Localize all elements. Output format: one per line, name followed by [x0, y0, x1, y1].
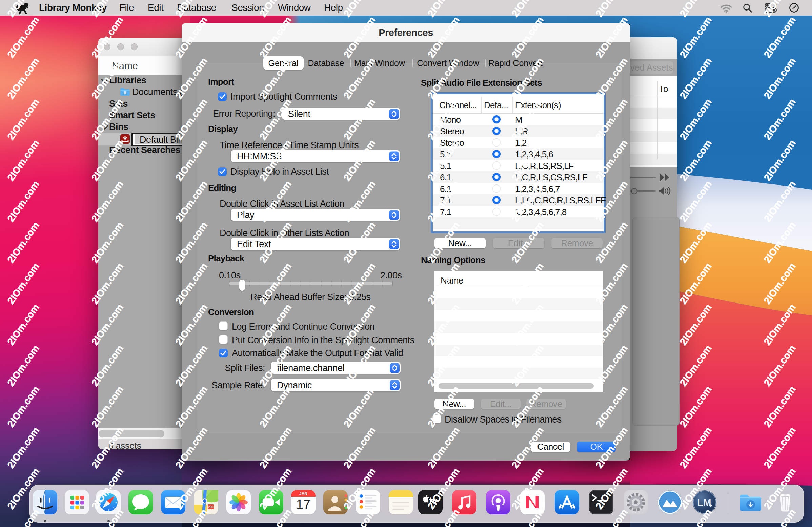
svg-text:17: 17	[296, 497, 310, 511]
svg-text:LM: LM	[697, 497, 711, 508]
svg-text:JAN: JAN	[299, 492, 307, 496]
svg-text:280: 280	[208, 505, 213, 509]
